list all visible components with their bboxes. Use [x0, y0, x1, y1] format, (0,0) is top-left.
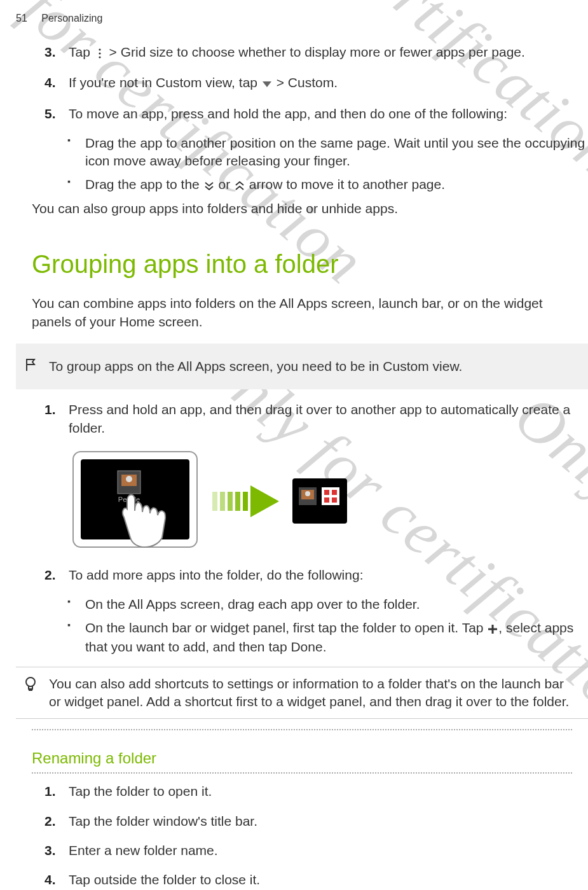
step-text: Tap the folder window's title bar.: [69, 812, 588, 830]
arrow-right-icon: [212, 485, 282, 517]
note-box: To group apps on the All Apps screen, yo…: [16, 344, 588, 389]
step-2: 2. To add more apps into the folder, do …: [44, 566, 588, 584]
svg-rect-13: [243, 492, 248, 511]
text: Drag the app to the: [85, 177, 203, 191]
grid-size-link: Grid size: [121, 45, 174, 59]
bullet-item: ▪ Drag the app to another position on th…: [67, 134, 588, 170]
step-3: 3. Tap > Grid size to choose whether to …: [44, 43, 588, 62]
text: If you're not in Custom view, tap: [69, 75, 261, 90]
step-5: 5. To move an app, press and hold the ap…: [44, 105, 588, 123]
svg-point-2: [99, 56, 100, 58]
step-number: 5.: [44, 105, 69, 123]
step-1: 1. Press and hold an app, and then drag …: [44, 401, 588, 437]
step-number: 2.: [44, 566, 69, 584]
svg-rect-22: [332, 497, 337, 503]
step-text: To add more apps into the folder, do the…: [69, 566, 588, 584]
svg-rect-10: [220, 492, 225, 511]
step-number: 1.: [44, 782, 69, 800]
step-number: 3.: [44, 842, 69, 859]
paragraph: You can combine apps into folders on the…: [32, 295, 572, 331]
done-link: Done: [291, 639, 322, 654]
text: .: [323, 639, 327, 654]
svg-point-23: [26, 678, 35, 686]
rename-step-4: 4. Tap outside the folder to close it.: [44, 871, 588, 889]
text: to choose whether to display more or few…: [174, 45, 525, 59]
step-number: 2.: [44, 812, 69, 830]
bullet-text: Drag the app to the or arrow to move it …: [85, 176, 588, 195]
svg-point-0: [99, 48, 100, 50]
text: >: [109, 45, 121, 59]
svg-rect-20: [332, 490, 337, 495]
chevron-up-icon: [234, 177, 245, 195]
bullet-text: On the launch bar or widget panel, first…: [85, 619, 588, 657]
step-text: Press and hold an app, and then drag it …: [69, 401, 588, 437]
text: arrow to move it to another page.: [249, 177, 445, 191]
svg-rect-21: [324, 497, 329, 503]
lightbulb-icon: [24, 676, 38, 698]
step-text: To move an app, press and hold the app, …: [69, 105, 588, 123]
text: or: [218, 177, 234, 191]
divider: [32, 772, 572, 774]
svg-rect-19: [324, 490, 329, 495]
text: Tap: [69, 45, 94, 59]
step-number: 1.: [44, 401, 69, 437]
section-title: Personalizing: [41, 13, 102, 24]
svg-point-7: [126, 476, 132, 482]
step-text: Tap outside the folder to close it.: [69, 871, 588, 889]
svg-point-17: [305, 491, 310, 496]
svg-rect-12: [235, 492, 240, 511]
plus-icon: [487, 620, 498, 638]
bullet-icon: ▪: [67, 595, 85, 613]
text: >: [277, 75, 288, 90]
step-number: 4.: [44, 74, 69, 93]
note-text: To group apps on the All Apps screen, yo…: [49, 359, 462, 373]
flag-icon: [25, 358, 38, 376]
rename-step-2: 2. Tap the folder window's title bar.: [44, 812, 588, 830]
rename-step-1: 1. Tap the folder to open it.: [44, 782, 588, 800]
step-4: 4. If you're not in Custom view, tap > C…: [44, 74, 588, 93]
paragraph: You can also group apps into folders and…: [32, 200, 572, 218]
page-header: 51 Personalizing: [16, 13, 588, 24]
text: .: [334, 75, 338, 90]
step-text: If you're not in Custom view, tap > Cust…: [69, 74, 588, 93]
bullet-item: ▪ On the All Apps screen, drag each app …: [67, 595, 588, 613]
bullet-icon: ▪: [67, 619, 85, 657]
step-number: 3.: [44, 43, 69, 62]
divider: [32, 729, 572, 730]
rename-step-3: 3. Enter a new folder name.: [44, 842, 588, 859]
step-number: 4.: [44, 871, 69, 889]
bullet-item: ▪ On the launch bar or widget panel, fir…: [67, 619, 588, 657]
bullet-text: On the All Apps screen, drag each app ov…: [85, 595, 588, 613]
text: On the launch bar or widget panel, first…: [85, 620, 487, 635]
dropdown-icon: [261, 75, 273, 93]
step-text: Tap the folder to open it.: [69, 782, 588, 800]
chevron-down-icon: [203, 177, 215, 195]
svg-rect-11: [228, 492, 233, 511]
menu-dots-icon: [94, 45, 106, 62]
svg-point-1: [99, 52, 100, 54]
svg-rect-9: [212, 492, 217, 511]
bullet-text: Drag the app to another position on the …: [85, 134, 588, 170]
step-text: Tap > Grid size to choose whether to dis…: [69, 43, 588, 62]
custom-link: Custom: [288, 75, 334, 90]
phone-screen-icon: People: [67, 448, 203, 553]
bullet-icon: ▪: [67, 134, 85, 170]
step-text: Enter a new folder name.: [69, 842, 588, 859]
page-number: 51: [16, 13, 27, 24]
bullet-item: ▪ Drag the app to the or arrow to move i…: [67, 176, 588, 195]
tip-text: You can also add shortcuts to settings o…: [49, 676, 569, 709]
heading-grouping: Grouping apps into a folder: [32, 249, 572, 279]
bullet-icon: ▪: [67, 176, 85, 195]
tip-box: You can also add shortcuts to settings o…: [16, 667, 588, 720]
drag-illustration: People: [67, 448, 588, 553]
folder-result-icon: [291, 477, 348, 525]
heading-renaming: Renaming a folder: [32, 749, 572, 767]
